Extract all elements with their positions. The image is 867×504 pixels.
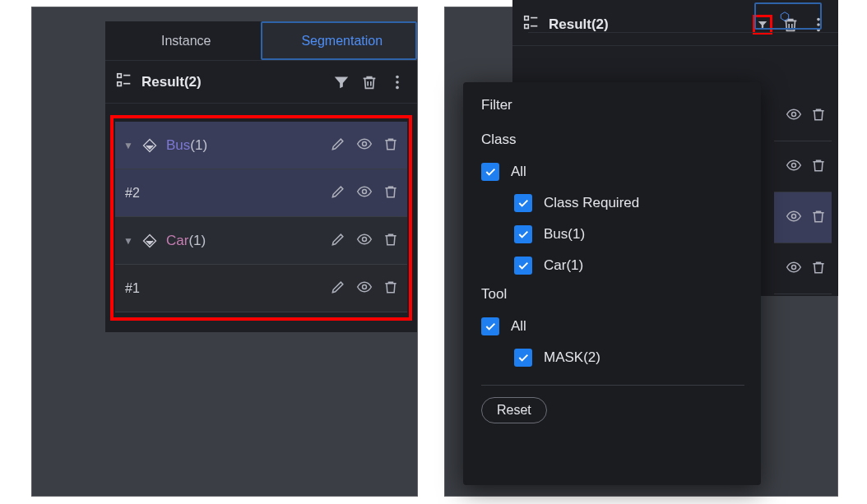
- filter-class-car[interactable]: Car(1): [481, 250, 744, 281]
- delete-button[interactable]: [810, 157, 827, 176]
- group-label: Car(1): [166, 233, 322, 249]
- group-row-bus[interactable]: ▼ Bus(1): [115, 122, 407, 169]
- edit-button[interactable]: [330, 231, 346, 250]
- visibility-button[interactable]: [786, 259, 802, 278]
- background-rows-peek: [774, 90, 832, 294]
- result-header-left: Result(2): [105, 61, 417, 104]
- delete-button[interactable]: [382, 231, 399, 250]
- svg-point-16: [363, 190, 367, 194]
- option-label: Class Required: [544, 195, 639, 211]
- filter-title: Filter: [481, 97, 744, 113]
- checkbox-checked-icon: [481, 163, 499, 181]
- option-label: MASK(2): [544, 349, 600, 366]
- visibility-button[interactable]: [356, 279, 373, 298]
- filter-class-all[interactable]: All: [481, 156, 744, 187]
- svg-point-13: [396, 81, 399, 84]
- checkbox-checked-icon: [481, 317, 499, 335]
- group-label: Bus(1): [166, 137, 322, 154]
- tab-instance-label: Instance: [161, 34, 211, 49]
- tree-icon: [115, 72, 133, 92]
- delete-button[interactable]: [382, 279, 399, 298]
- peek-row: [774, 243, 832, 294]
- instance-list: ▼ Bus(1) #2 ▼: [110, 115, 412, 321]
- filter-tool-all[interactable]: All: [481, 311, 744, 342]
- reset-button[interactable]: Reset: [481, 397, 547, 423]
- visibility-button[interactable]: [356, 136, 373, 155]
- visibility-button[interactable]: [786, 106, 802, 125]
- peek-row: [774, 141, 832, 192]
- delete-button[interactable]: [382, 136, 399, 155]
- option-label: Bus(1): [544, 226, 585, 243]
- delete-button[interactable]: [810, 208, 827, 227]
- peek-row: [774, 90, 832, 141]
- option-label: Car(1): [544, 257, 583, 274]
- visibility-button[interactable]: [786, 157, 802, 176]
- caret-down-icon: ▼: [123, 235, 133, 247]
- instance-label: #2: [123, 186, 322, 201]
- svg-point-27: [792, 113, 796, 117]
- more-button[interactable]: [387, 72, 407, 92]
- svg-point-30: [792, 266, 796, 270]
- svg-point-12: [396, 75, 399, 78]
- svg-rect-8: [118, 74, 122, 78]
- class-icon: [141, 233, 158, 249]
- edit-button[interactable]: [330, 279, 346, 298]
- option-label: All: [511, 318, 526, 335]
- filter-section-tool: Tool: [481, 286, 744, 303]
- edit-button[interactable]: [330, 183, 346, 202]
- filter-class-required[interactable]: Class Required: [481, 187, 744, 219]
- filter-section-class: Class: [481, 132, 744, 148]
- svg-marker-19: [781, 12, 788, 21]
- checkbox-checked-icon: [514, 349, 532, 367]
- tab-segmentation[interactable]: Segmentation: [261, 21, 418, 60]
- delete-all-button[interactable]: [359, 72, 379, 92]
- tab-instance[interactable]: Instance: [105, 21, 261, 60]
- class-icon: [141, 137, 158, 154]
- edit-button[interactable]: [330, 136, 346, 155]
- instance-label: #1: [123, 281, 322, 296]
- svg-point-14: [396, 86, 399, 89]
- visibility-button[interactable]: [356, 231, 373, 250]
- checkbox-checked-icon: [514, 194, 532, 212]
- result-title: Result(2): [141, 74, 323, 90]
- instance-row-1[interactable]: #1: [115, 265, 407, 312]
- svg-point-18: [363, 285, 367, 289]
- instance-row-2[interactable]: #2: [115, 169, 407, 217]
- delete-button[interactable]: [382, 183, 399, 202]
- filter-class-bus[interactable]: Bus(1): [481, 219, 744, 250]
- peek-row: [774, 192, 832, 243]
- visibility-button[interactable]: [786, 208, 802, 227]
- filter-button-left[interactable]: [332, 72, 351, 92]
- group-row-car[interactable]: ▼ Car(1): [115, 217, 407, 265]
- svg-point-17: [363, 238, 367, 242]
- tab-segmentation-partial[interactable]: [754, 2, 822, 30]
- svg-point-15: [363, 142, 367, 146]
- svg-rect-9: [118, 82, 122, 86]
- tabs: Instance Segmentation: [105, 21, 417, 61]
- left-panel: Instance Segmentation Result(2): [105, 21, 417, 332]
- filter-popover: Filter Class All Class Required Bus(1) C…: [463, 82, 761, 485]
- filter-tool-mask[interactable]: MASK(2): [481, 342, 744, 373]
- svg-point-29: [792, 215, 796, 219]
- svg-point-28: [792, 164, 796, 168]
- tabs-right-partial: [528, 0, 838, 33]
- delete-button[interactable]: [810, 106, 827, 125]
- divider: [481, 385, 744, 386]
- tab-segmentation-label: Segmentation: [301, 34, 382, 49]
- visibility-button[interactable]: [356, 183, 373, 202]
- checkbox-checked-icon: [514, 225, 532, 243]
- caret-down-icon: ▼: [123, 140, 133, 151]
- option-label: All: [511, 164, 526, 180]
- checkbox-checked-icon: [514, 257, 532, 275]
- delete-button[interactable]: [810, 259, 827, 278]
